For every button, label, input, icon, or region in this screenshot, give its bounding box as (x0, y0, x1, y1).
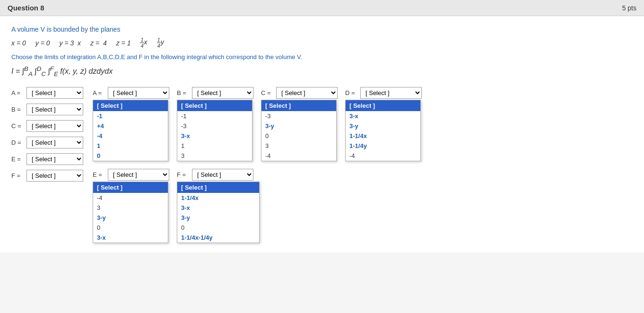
dropdown-B-item-5[interactable]: 3 (177, 151, 252, 161)
label-F: F = (11, 172, 25, 179)
label-A: A = (11, 89, 25, 96)
dropdown-C-header: [ Select ] (261, 100, 336, 111)
dropdown-F-label: F = (177, 171, 190, 178)
dropdown-C-item-3[interactable]: 0 (261, 131, 336, 141)
dropdown-F-select[interactable]: [ Select ] 1-1/4x3-x3-y01-1/4x-1/4y (192, 169, 253, 181)
dropdown-D-container: D = [ Select ] 3-x3-y1-1/4x1-1/4y-4 [ Se… (345, 87, 422, 161)
dropdown-B-select[interactable]: [ Select ] -1-33-x13 (192, 87, 253, 99)
dropdown-B-item-3[interactable]: 3-x (177, 131, 252, 141)
dropdown-F-select-row: F = [ Select ] 1-1/4x3-x3-y01-1/4x-1/4y (177, 169, 260, 181)
dropdown-B-item-4[interactable]: 1 (177, 141, 252, 151)
select-group-E: E = [ Select ] -433-y03-x (11, 153, 83, 165)
dropdown-C-item-1[interactable]: -3 (261, 111, 336, 121)
left-selects-col: A = [ Select ] -1+4-410 B = [ Select ] -… (11, 87, 83, 243)
dropdown-E-item-5[interactable]: 3-x (93, 233, 168, 243)
select-group-C: C = [ Select ] -33-y03-4 (11, 120, 83, 132)
main-layout: A = [ Select ] -1+4-410 B = [ Select ] -… (11, 87, 633, 243)
select-A[interactable]: [ Select ] -1+4-410 (26, 87, 83, 99)
select-C[interactable]: [ Select ] -33-y03-4 (26, 120, 83, 132)
planes-line: x = 0 y = 0 y = 3 x z = 4 z = 1 14x 14y (11, 37, 633, 49)
dropdown-E-item-4[interactable]: 0 (93, 223, 168, 233)
dropdown-C-item-5[interactable]: -4 (261, 151, 336, 161)
dropdown-A-item-1[interactable]: -1 (93, 111, 168, 121)
select-E[interactable]: [ Select ] -433-y03-x (26, 153, 83, 165)
dropdown-F-container: F = [ Select ] 1-1/4x3-x3-y01-1/4x-1/4y … (177, 169, 260, 243)
dropdown-D-item-3[interactable]: 1-1/4x (346, 131, 420, 141)
plane-quarter-x: 14x (140, 37, 147, 49)
top-dropdowns-row: A = [ Select ] -1+4-410 [ Select ] -1 +4… (93, 87, 422, 161)
description: A volume V is bounded by the planes (11, 26, 633, 33)
dropdown-A-item-5[interactable]: 0 (93, 151, 168, 161)
dropdown-A-item-4[interactable]: 1 (93, 141, 168, 151)
dropdown-C-label: C = (261, 89, 274, 96)
select-D[interactable]: [ Select ] 3-x3-y1-1/4x1-1/4y-4 (26, 137, 83, 148)
dropdown-A-item-3[interactable]: -4 (93, 131, 168, 141)
select-group-A: A = [ Select ] -1+4-410 (11, 87, 83, 99)
dropdown-E-item-2[interactable]: 3 (93, 203, 168, 213)
dropdown-E-container: E = [ Select ] -433-y03-x [ Select ] -4 … (93, 169, 169, 243)
dropdown-F-item-3[interactable]: 3-y (177, 213, 259, 223)
bottom-dropdowns-row: E = [ Select ] -433-y03-x [ Select ] -4 … (93, 169, 422, 243)
dropdown-F-item-4[interactable]: 0 (177, 223, 259, 233)
dropdown-F-item-5[interactable]: 1-1/4x-1/4y (177, 233, 259, 243)
dropdown-E-select[interactable]: [ Select ] -433-y03-x (108, 169, 169, 181)
dropdown-E-header: [ Select ] (93, 182, 168, 193)
dropdowns-area: A = [ Select ] -1+4-410 [ Select ] -1 +4… (93, 87, 422, 243)
dropdown-E-box: [ Select ] -4 3 3-y 0 3-x (93, 182, 168, 243)
dropdown-D-header: [ Select ] (346, 100, 420, 111)
plane-y0: y = 0 (35, 39, 50, 47)
dropdown-F-header: [ Select ] (177, 182, 259, 193)
dropdown-D-item-5[interactable]: -4 (346, 151, 420, 161)
dropdown-D-item-1[interactable]: 3-x (346, 111, 420, 121)
plane-quarter-y: 14y (157, 37, 164, 49)
dropdown-E-select-row: E = [ Select ] -433-y03-x (93, 169, 169, 181)
dropdown-B-container: B = [ Select ] -1-33-x13 [ Select ] -1 -… (177, 87, 253, 161)
dropdown-F-box: [ Select ] 1-1/4x 3-x 3-y 0 1-1/4x-1/4y (177, 182, 260, 243)
points-label: 5 pts (622, 4, 636, 12)
dropdown-B-header: [ Select ] (177, 100, 252, 111)
label-D: D = (11, 139, 25, 146)
dropdown-D-box: [ Select ] 3-x 3-y 1-1/4x 1-1/4y -4 (345, 100, 421, 161)
dropdown-E-item-1[interactable]: -4 (93, 193, 168, 203)
dropdown-A-select[interactable]: [ Select ] -1+4-410 (108, 87, 169, 99)
dropdown-B-item-1[interactable]: -1 (177, 111, 252, 121)
plane-x0: x = 0 (11, 39, 26, 47)
plane-z1: z = 1 (116, 39, 131, 47)
plane-z4: z = 4 (90, 39, 107, 47)
dropdown-C-select-row: C = [ Select ] -33-y03-4 (261, 87, 338, 99)
dropdown-C-container: C = [ Select ] -33-y03-4 [ Select ] -3 3… (261, 87, 338, 161)
dropdown-B-item-2[interactable]: -3 (177, 121, 252, 131)
dropdown-E-item-3[interactable]: 3-y (93, 213, 168, 223)
dropdown-D-label: D = (345, 89, 358, 96)
label-C: C = (11, 122, 25, 130)
plane-y3x: y = 3 x (60, 39, 81, 47)
dropdown-C-select[interactable]: [ Select ] -33-y03-4 (276, 87, 338, 99)
dropdown-A-item-2[interactable]: +4 (93, 121, 168, 131)
dropdown-C-item-2[interactable]: 3-y (261, 121, 336, 131)
dropdown-A-label: A = (93, 89, 106, 96)
select-group-D: D = [ Select ] 3-x3-y1-1/4x1-1/4y-4 (11, 137, 83, 148)
label-B: B = (11, 106, 25, 113)
select-F[interactable]: [ Select ] 1-1/4x3-x3-y01-1/4x-1/4y (26, 170, 83, 182)
label-E: E = (11, 156, 25, 163)
dropdown-A-container: A = [ Select ] -1+4-410 [ Select ] -1 +4… (93, 87, 169, 161)
dropdown-C-item-4[interactable]: 3 (261, 141, 336, 151)
dropdown-F-item-2[interactable]: 3-x (177, 203, 259, 213)
dropdown-D-select[interactable]: [ Select ] 3-x3-y1-1/4x1-1/4y-4 (360, 87, 422, 99)
dropdown-B-label: B = (177, 89, 190, 96)
dropdown-B-box: [ Select ] -1 -3 3-x 1 3 (177, 100, 252, 161)
instructions: Choose the limits of integration A,B,C,D… (11, 53, 633, 61)
select-B[interactable]: [ Select ] -1-33-x13 (26, 104, 83, 115)
dropdown-D-item-2[interactable]: 3-y (346, 121, 420, 131)
dropdown-F-item-1[interactable]: 1-1/4x (177, 193, 259, 203)
question-title: Question 8 (8, 4, 44, 12)
dropdown-E-label: E = (93, 171, 106, 178)
integral-line: I = ∫BA ∫DC ∫FE f(x, y, z) dzdydx (11, 65, 633, 78)
dropdown-A-select-row: A = [ Select ] -1+4-410 (93, 87, 169, 99)
select-group-F: F = [ Select ] 1-1/4x3-x3-y01-1/4x-1/4y (11, 170, 83, 182)
select-group-B: B = [ Select ] -1-33-x13 (11, 104, 83, 115)
header: Question 8 5 pts (0, 0, 644, 16)
dropdown-D-item-4[interactable]: 1-1/4y (346, 141, 420, 151)
dropdown-C-box: [ Select ] -3 3-y 0 3 -4 (261, 100, 337, 161)
dropdown-D-select-row: D = [ Select ] 3-x3-y1-1/4x1-1/4y-4 (345, 87, 422, 99)
